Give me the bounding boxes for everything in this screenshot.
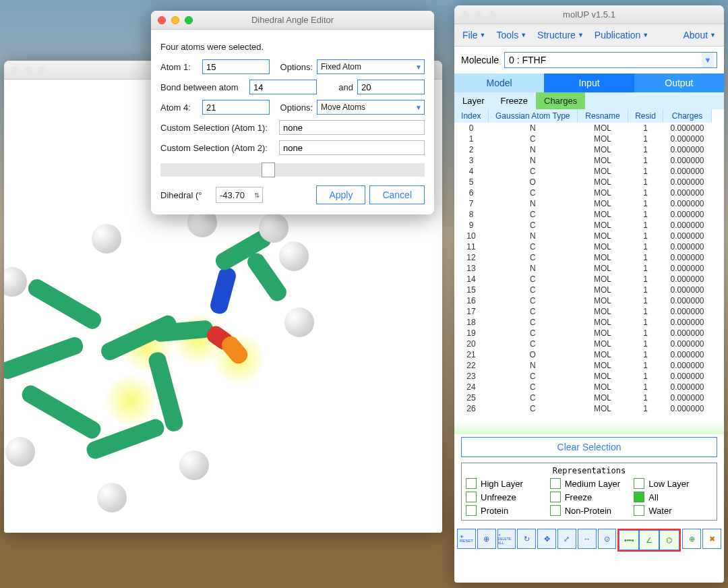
table-row[interactable]: 13NMOL10.000000	[454, 263, 712, 274]
check-freeze[interactable]	[550, 492, 561, 502]
bond-icon: •━•	[624, 536, 634, 545]
check-medium-layer[interactable]	[550, 478, 561, 489]
molup-window: molUP v1.5.1 File Tools Structure Public…	[454, 5, 724, 583]
check-water[interactable]	[634, 505, 644, 516]
custom2-label: Custom Selection (Atom 2):	[160, 143, 275, 153]
menu-tools[interactable]: Tools	[491, 27, 532, 43]
atom1-input[interactable]	[202, 59, 270, 74]
tab-output[interactable]: Output	[634, 74, 724, 92]
col-type[interactable]: Gaussian Atom Type	[488, 109, 578, 123]
table-row[interactable]: 23CMOL10.000000	[454, 371, 712, 382]
tool-angle[interactable]: ∠	[639, 530, 659, 550]
dihedral-spinner[interactable]: -43.70	[216, 187, 263, 203]
check-high-layer[interactable]	[466, 478, 477, 489]
col-charges[interactable]: Charges	[663, 109, 712, 123]
maximize-icon[interactable]	[488, 11, 496, 19]
minimize-icon[interactable]	[475, 11, 483, 19]
col-resname[interactable]: Resname	[578, 109, 628, 123]
table-row[interactable]: 7NMOL10.000000	[454, 198, 712, 209]
check-non-protein[interactable]	[550, 505, 561, 516]
dialog-titlebar[interactable]: Dihedral Angle Editor	[151, 11, 434, 30]
tool-rotate[interactable]: ↻	[517, 529, 536, 549]
minimize-icon[interactable]	[24, 66, 32, 74]
subtab-charges[interactable]: Charges	[536, 92, 585, 109]
custom1-input[interactable]	[279, 120, 425, 135]
check-unfreeze[interactable]	[466, 492, 477, 502]
close-icon[interactable]	[11, 66, 19, 74]
menu-structure[interactable]: Structure	[532, 27, 589, 43]
table-row[interactable]: 8CMOL10.000000	[454, 209, 712, 220]
atom4-input[interactable]	[202, 100, 270, 115]
scale-icon: ⤢	[564, 535, 570, 543]
apply-button[interactable]: Apply	[316, 185, 365, 204]
molecule-select[interactable]: 0 : FTHF	[504, 52, 717, 68]
close-icon[interactable]	[461, 11, 469, 19]
clear-selection-button[interactable]: Clear Selection	[461, 437, 717, 457]
table-row[interactable]: 12CMOL10.000000	[454, 252, 712, 263]
table-row[interactable]: 11CMOL10.000000	[454, 241, 712, 252]
table-row[interactable]: 14CMOL10.000000	[454, 274, 712, 285]
tool-remove[interactable]: ✖	[702, 529, 721, 549]
table-row[interactable]: 2NMOL10.000000	[454, 144, 712, 155]
menu-about[interactable]: About	[677, 27, 721, 43]
table-row[interactable]: 22NMOL10.000000	[454, 360, 712, 371]
custom1-label: Custom Selection (Atom 1):	[160, 123, 275, 133]
tool-add[interactable]: ⊕	[682, 529, 701, 549]
tool-center[interactable]: ⊙	[598, 529, 617, 549]
tool-pick-atom[interactable]: ⊕	[477, 529, 496, 549]
table-row[interactable]: 24CMOL10.000000	[454, 382, 712, 392]
options2-label: Options:	[280, 102, 313, 113]
check-low-layer[interactable]	[634, 478, 644, 489]
col-index[interactable]: Index	[454, 109, 488, 123]
table-row[interactable]: 15CMOL10.000000	[454, 285, 712, 295]
table-row[interactable]: 19CMOL10.000000	[454, 328, 712, 339]
table-row[interactable]: 20CMOL10.000000	[454, 339, 712, 349]
tool-scale[interactable]: ⤢	[557, 529, 576, 549]
tool-delete-all[interactable]: ✕DELETE ALL	[497, 529, 516, 549]
table-row[interactable]: 10NMOL10.000000	[454, 231, 712, 241]
table-row[interactable]: 25CMOL10.000000	[454, 392, 712, 403]
table-row[interactable]: 5OMOL10.000000	[454, 177, 712, 187]
and-label: and	[338, 82, 353, 92]
tab-input[interactable]: Input	[544, 74, 634, 92]
custom2-input[interactable]	[279, 140, 425, 155]
close-icon[interactable]	[158, 16, 166, 24]
tab-model[interactable]: Model	[454, 74, 544, 92]
menu-publication[interactable]: Publication	[589, 27, 654, 43]
table-row[interactable]: 18CMOL10.000000	[454, 317, 712, 328]
bond-a-input[interactable]	[249, 80, 317, 94]
table-row[interactable]: 1CMOL10.000000	[454, 134, 712, 144]
cancel-button[interactable]: Cancel	[369, 185, 425, 204]
table-row[interactable]: 26CMOL10.000000	[454, 403, 712, 414]
tool-reset[interactable]: 👁RESET	[457, 529, 476, 549]
table-row[interactable]: 17CMOL10.000000	[454, 306, 712, 317]
subtab-layer[interactable]: Layer	[454, 92, 493, 109]
atom-pick-icon: ⊕	[483, 535, 489, 543]
table-row[interactable]: 4CMOL10.000000	[454, 166, 712, 177]
table-row[interactable]: 16CMOL10.000000	[454, 295, 712, 306]
tool-dihedral[interactable]: ⌬	[659, 530, 679, 550]
table-row[interactable]: 3NMOL10.000000	[454, 155, 712, 166]
table-row[interactable]: 0NMOL10.000000	[454, 123, 712, 134]
tool-translate[interactable]: ✥	[537, 529, 556, 549]
options2-select[interactable]: Move Atoms	[317, 100, 425, 115]
atom-table-wrap[interactable]: Index Gaussian Atom Type Resname Resid C…	[454, 109, 724, 421]
dihedral-slider[interactable]	[160, 163, 425, 177]
slider-thumb[interactable]	[262, 163, 275, 177]
menu-file[interactable]: File	[457, 27, 491, 43]
col-resid[interactable]: Resid	[628, 109, 663, 123]
options1-select[interactable]: Fixed Atom	[317, 59, 425, 74]
table-row[interactable]: 6CMOL10.000000	[454, 187, 712, 198]
molup-titlebar[interactable]: molUP v1.5.1	[454, 5, 724, 24]
subtab-freeze[interactable]: Freeze	[493, 92, 536, 109]
check-protein[interactable]	[466, 505, 477, 516]
maximize-icon[interactable]	[185, 16, 193, 24]
bond-b-input[interactable]	[357, 80, 425, 94]
maximize-icon[interactable]	[38, 66, 46, 74]
table-row[interactable]: 21OMOL10.000000	[454, 349, 712, 360]
table-row[interactable]: 9CMOL10.000000	[454, 220, 712, 231]
minimize-icon[interactable]	[171, 16, 179, 24]
tool-measure[interactable]: ↔	[578, 529, 597, 549]
check-all[interactable]	[634, 492, 644, 502]
tool-bond[interactable]: •━•	[619, 530, 639, 550]
